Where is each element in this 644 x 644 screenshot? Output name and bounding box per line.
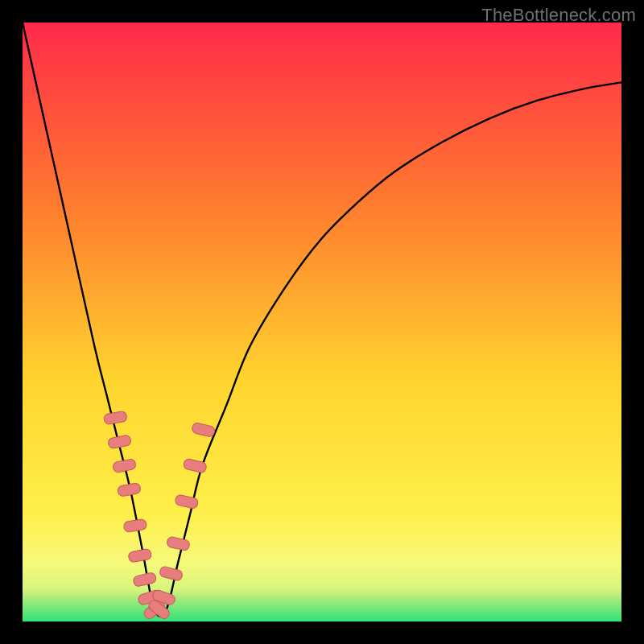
watermark-label: TheBottleneck.com [481,5,636,26]
chart-plot-area [23,23,621,621]
chart-frame: TheBottleneck.com [0,0,644,644]
chart-background [23,23,621,621]
chart-svg [23,23,621,621]
